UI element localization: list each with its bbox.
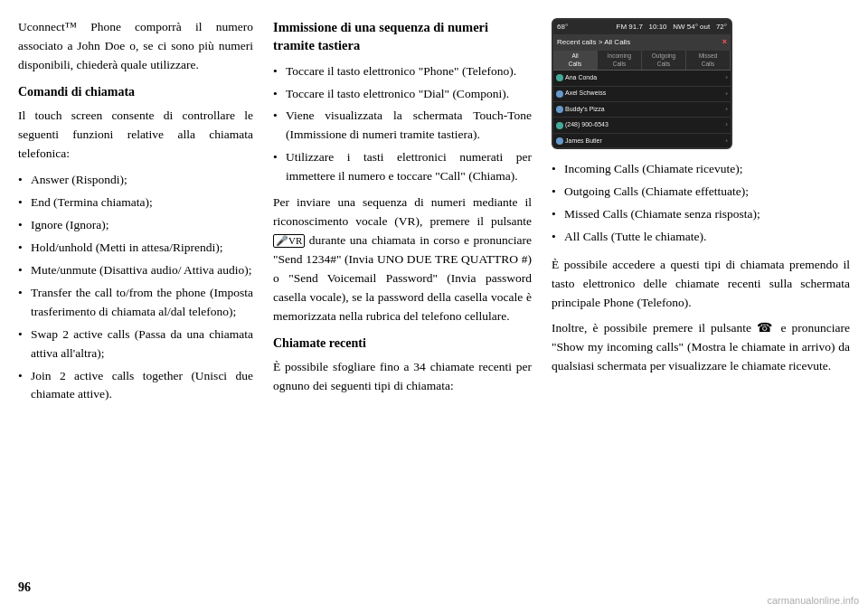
sub-para-recent: È possibile sfogliare fino a 34 chiamate… <box>273 358 532 396</box>
sub-heading-recent: Chiamate recenti <box>273 334 532 354</box>
tab-outgoing-calls[interactable]: OutgoingCalls <box>642 51 686 70</box>
status-location: NW 54° out <box>673 23 710 31</box>
steps-list: Toccare il tasto elettronico "Phone" (Te… <box>273 62 532 187</box>
status-time: 10:10 <box>649 23 667 31</box>
list-item: Toccare il tasto elettronico "Dial" (Com… <box>273 85 532 104</box>
outgoing-icon <box>556 90 563 98</box>
tab-all-calls[interactable]: AllCalls <box>553 51 598 70</box>
section-title: Comandi di chiamata <box>18 82 253 102</box>
phone-tabs: AllCalls IncomingCalls OutgoingCalls Mis… <box>553 51 731 71</box>
call-item-2[interactable]: Axel Schweiss › <box>553 87 731 102</box>
contact-name: James Butler <box>565 137 602 146</box>
status-fm: FM 91.7 <box>617 23 643 31</box>
list-item: Mute/unmute (Disattiva audio/ Attiva aud… <box>18 261 253 280</box>
list-item: All Calls (Tutte le chiamate). <box>552 228 850 247</box>
watermark: carmanualonline.info <box>767 595 859 606</box>
list-item: Toccare il tasto elettronico "Phone" (Te… <box>273 62 532 81</box>
tab-missed-calls[interactable]: MissedCalls <box>686 51 731 70</box>
incoming-icon <box>556 74 563 81</box>
status-temp-right: 72° <box>716 23 727 31</box>
outgoing-icon <box>556 137 563 145</box>
list-item: Answer (Rispondi); <box>18 171 253 190</box>
list-item: Hold/unhold (Metti in attesa/Riprendi); <box>18 239 253 258</box>
list-item: Ignore (Ignora); <box>18 216 253 235</box>
list-item: Utilizzare i tasti elettronici numerati … <box>273 148 532 186</box>
list-item: End (Termina chiamata); <box>18 193 253 212</box>
phone-screenshot: 68° FM 91.7 10:10 NW 54° out 72° Recent … <box>552 18 732 149</box>
incoming-icon <box>556 122 563 129</box>
phone-header: Recent calls > All Calls × <box>553 34 731 51</box>
tab-incoming-calls[interactable]: IncomingCalls <box>598 51 642 70</box>
call-item-3[interactable]: Buddy's Pizza › <box>553 102 731 118</box>
chevron-right-icon: › <box>725 136 728 146</box>
list-item: Incoming Calls (Chiamate ricevute); <box>552 160 850 179</box>
list-item: Join 2 active calls together (Unisci due… <box>18 367 253 405</box>
mid-heading: Immissione di una sequenza di numeri tra… <box>273 18 532 55</box>
right-column: 68° FM 91.7 10:10 NW 54° out 72° Recent … <box>542 18 850 595</box>
commands-list: Answer (Rispondi); End (Termina chiamata… <box>18 171 253 404</box>
intro-text: Uconnect™ Phone comporrà il numero assoc… <box>18 18 253 75</box>
list-item: Missed Calls (Chiamate senza risposta); <box>552 205 850 224</box>
phone-status-bar: 68° FM 91.7 10:10 NW 54° out 72° <box>553 20 731 34</box>
breadcrumb-text: Recent calls > All Calls <box>557 37 630 48</box>
call-item-4[interactable]: (248) 900-6543 › <box>553 118 731 133</box>
call-item-5[interactable]: James Butler › <box>553 134 731 149</box>
status-temp-left: 68° <box>557 22 568 33</box>
call-item-1[interactable]: Ana Conda › <box>553 71 731 86</box>
status-icons: FM 91.7 10:10 NW 54° out 72° <box>617 22 728 33</box>
outgoing-icon <box>556 106 563 113</box>
left-column: Uconnect™ Phone comporrà il numero assoc… <box>18 18 262 595</box>
contact-name: (248) 900-6543 <box>565 120 609 130</box>
para-access: È possibile accedere a questi tipi di ch… <box>552 256 850 313</box>
contact-name: Ana Conda <box>565 73 597 83</box>
list-item: Outgoing Calls (Chiamate effettuate); <box>552 183 850 202</box>
close-button[interactable]: × <box>722 36 727 49</box>
chevron-right-icon: › <box>725 72 728 83</box>
section-intro: Il touch screen consente di controllare … <box>18 107 253 164</box>
page-container: Uconnect™ Phone comporrà il numero assoc… <box>0 0 868 613</box>
phone-icon: ☎ <box>757 321 775 335</box>
list-item: Transfer the call to/from the phone (Imp… <box>18 284 253 322</box>
calls-list: Ana Conda › Axel Schweiss › Buddy's Pizz… <box>553 71 731 149</box>
para-voice: Inoltre, è possibile premere il pulsante… <box>552 319 850 376</box>
chevron-right-icon: › <box>725 104 728 115</box>
middle-column: Immissione di una sequenza di numeri tra… <box>262 18 542 595</box>
chevron-right-icon: › <box>725 119 728 130</box>
vr-paragraph: Per inviare una sequenza di numeri media… <box>273 193 532 325</box>
chevron-right-icon: › <box>725 89 728 99</box>
list-item: Swap 2 active calls (Passa da una chiama… <box>18 325 253 363</box>
vr-icon: 🎤VR <box>273 234 305 248</box>
page-number: 96 <box>18 580 31 595</box>
list-item: Viene visualizzata la schermata Touch-To… <box>273 107 532 145</box>
contact-name: Buddy's Pizza <box>565 105 605 115</box>
call-types-list: Incoming Calls (Chiamate ricevute); Outg… <box>552 160 850 247</box>
contact-name: Axel Schweiss <box>565 89 606 99</box>
